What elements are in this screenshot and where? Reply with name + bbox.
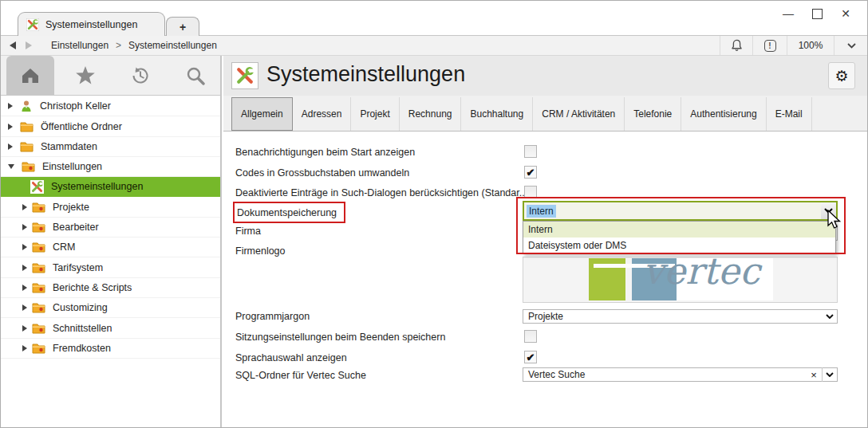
- settings-folder-icon: [32, 222, 45, 233]
- chevron-down-icon[interactable]: [823, 314, 837, 319]
- sidebar-item-systemeinstellungen[interactable]: Systemeinstellungen: [0, 177, 220, 197]
- expand-arrow-icon[interactable]: [22, 304, 27, 311]
- page-title: Systemeinstellungen: [266, 62, 465, 87]
- tree-item-label: CRM: [53, 241, 75, 253]
- sidebar-item-stammdaten[interactable]: Stammdaten: [0, 137, 220, 157]
- person-icon: [20, 100, 33, 112]
- expand-arrow-icon[interactable]: [22, 224, 27, 230]
- settings-button[interactable]: ⚙: [828, 62, 855, 89]
- expand-arrow-icon[interactable]: [8, 103, 13, 109]
- dropdown-open-button[interactable]: [821, 202, 836, 219]
- settings-folder-icon: [32, 302, 45, 313]
- dropdown-option-intern[interactable]: Intern: [523, 222, 835, 238]
- sidebar-item-crm[interactable]: CRM: [0, 238, 220, 257]
- tree-item-label: Systemeinstellungen: [51, 181, 143, 192]
- sidebar-item-christoph-keller[interactable]: Christoph Keller: [0, 96, 220, 116]
- sidebar-item-tarifsystem[interactable]: Tarifsystem: [0, 258, 220, 278]
- sidebar-item-oeffentliche-ordner[interactable]: Öffentliche Ordner: [0, 117, 220, 137]
- dokumentspeicherung-dropdown[interactable]: Intern: [523, 201, 838, 221]
- tree-item-label: Stammdaten: [41, 141, 97, 152]
- expand-arrow-icon[interactable]: [22, 265, 27, 271]
- sidebar-tab-history[interactable]: [116, 56, 164, 95]
- firmenlogo-image[interactable]: vertec: [523, 257, 838, 303]
- expand-arrow-icon[interactable]: [22, 325, 27, 332]
- tree-item-label: Öffentliche Ordner: [41, 121, 122, 132]
- expand-arrow-icon[interactable]: [22, 285, 27, 291]
- tab-rechnung[interactable]: Rechnung: [400, 97, 462, 131]
- tree-item-label: Fremdkosten: [53, 343, 111, 354]
- expand-arrow-icon[interactable]: [22, 244, 27, 250]
- tab-authentisierung[interactable]: Authentisierung: [681, 97, 766, 131]
- programmjargon-dropdown[interactable]: Projekte: [523, 309, 838, 324]
- close-button[interactable]: ✕: [831, 2, 860, 26]
- minimize-button[interactable]: —: [774, 2, 803, 26]
- tab-projekt[interactable]: Projekt: [351, 97, 399, 131]
- breadcrumb: Einstellungen > Systemeinstellungen: [51, 40, 217, 51]
- maximize-icon: [812, 9, 823, 19]
- forward-button-icon[interactable]: [26, 41, 32, 49]
- label-deaktivierte-eintraege: Deaktivierte Einträge in Such-Dialogen b…: [235, 187, 527, 198]
- tree-item-label: Berichte & Scripts: [53, 282, 132, 293]
- checkbox-benachrichtigungen[interactable]: [524, 145, 537, 158]
- minimize-icon: —: [783, 7, 794, 20]
- tab-email[interactable]: E-Mail: [767, 97, 812, 131]
- sidebar-item-bearbeiter[interactable]: Bearbeiter: [0, 218, 220, 238]
- breadcrumb-einstellungen[interactable]: Einstellungen: [51, 40, 108, 51]
- tools-icon: [30, 180, 44, 194]
- sidebar-item-customizing[interactable]: Customizing: [0, 298, 220, 318]
- sidebar: Christoph Keller Öffentliche Ordner Stam…: [0, 56, 222, 428]
- tree-item-label: Einstellungen: [42, 161, 102, 172]
- plus-icon: +: [180, 21, 186, 33]
- navbar-menu-button[interactable]: [834, 36, 868, 55]
- chevron-down-icon: [847, 43, 856, 49]
- sidebar-item-einstellungen[interactable]: Einstellungen: [0, 157, 220, 177]
- chevron-down-icon[interactable]: [823, 372, 837, 377]
- expand-arrow-icon[interactable]: [22, 345, 27, 351]
- sidebar-tab-search[interactable]: [172, 56, 219, 95]
- maximize-button[interactable]: [803, 2, 831, 26]
- clear-icon[interactable]: ×: [806, 369, 822, 381]
- settings-folder-icon: [32, 323, 45, 334]
- new-tab-button[interactable]: +: [166, 17, 199, 36]
- sidebar-tab-home[interactable]: [6, 56, 54, 95]
- collapse-arrow-icon[interactable]: [8, 164, 14, 169]
- document-tab-systemeinstellungen[interactable]: Systemeinstellungen: [18, 12, 165, 36]
- sidebar-item-schnittstellen[interactable]: Schnittstellen: [0, 319, 220, 339]
- back-button-icon[interactable]: [10, 41, 16, 49]
- notifications-button[interactable]: [720, 36, 752, 55]
- settings-folder-icon: [22, 161, 35, 172]
- sidebar-tab-favorites[interactable]: [61, 56, 109, 95]
- tree-item-label: Schnittstellen: [53, 323, 112, 334]
- sidebar-item-projekte[interactable]: Projekte: [0, 198, 220, 218]
- zoom-level-value: 100%: [799, 40, 823, 51]
- label-firmenlogo: Firmenlogo: [235, 245, 286, 257]
- label-sql-ordner: SQL-Ordner für Vertec Suche: [235, 370, 366, 381]
- breadcrumb-systemeinstellungen[interactable]: Systemeinstellungen: [128, 40, 217, 51]
- tree-item-label: Customizing: [53, 302, 108, 313]
- tab-allgemein[interactable]: Allgemein: [231, 97, 293, 131]
- alerts-button[interactable]: !: [753, 36, 787, 55]
- expand-arrow-icon[interactable]: [22, 204, 27, 210]
- expand-arrow-icon[interactable]: [8, 124, 13, 130]
- tab-telefonie[interactable]: Telefonie: [625, 97, 681, 131]
- sidebar-item-fremdkosten[interactable]: Fremdkosten: [0, 339, 220, 359]
- checkbox-deaktivierte-eintraege[interactable]: [524, 186, 537, 198]
- dropdown-option-dateisystem[interactable]: Dateisystem oder DMS: [523, 238, 835, 253]
- zoom-level-control[interactable]: 100%: [787, 36, 834, 55]
- navbar-right-cluster: ! 100%: [720, 36, 868, 55]
- tab-buchhaltung[interactable]: Buchhaltung: [461, 97, 533, 131]
- settings-folder-icon: [32, 241, 45, 253]
- page-header: Systemeinstellungen ⚙: [223, 56, 868, 96]
- sql-ordner-combo[interactable]: Vertec Suche ×: [523, 367, 838, 382]
- dropdown-option-list: Intern Dateisystem oder DMS: [523, 221, 836, 254]
- tab-crm-aktivitaeten[interactable]: CRM / Aktivitäten: [533, 97, 625, 131]
- settings-folder-icon: [32, 343, 45, 354]
- tree-item-label: Christoph Keller: [40, 100, 111, 112]
- checkbox-codes-grossbuchstaben[interactable]: ✔: [524, 166, 537, 179]
- checkbox-sitzungseinstellungen[interactable]: [524, 330, 537, 343]
- checkbox-sprachauswahl[interactable]: ✔: [524, 351, 537, 363]
- sidebar-item-berichte-scripts[interactable]: Berichte & Scripts: [0, 278, 220, 298]
- tab-adressen[interactable]: Adressen: [293, 97, 352, 131]
- tab-strip: Allgemein Adressen Projekt Rechnung Buch…: [223, 96, 868, 132]
- expand-arrow-icon[interactable]: [8, 143, 13, 150]
